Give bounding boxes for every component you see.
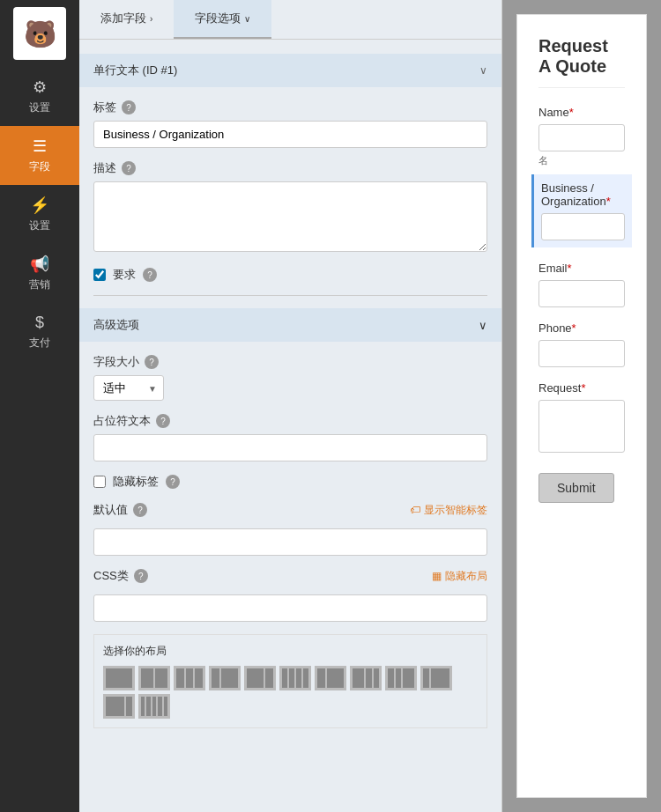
preview-field-business: Business / Organization* [531, 174, 632, 247]
panel-tabs: 添加字段 › 字段选项 ∨ [79, 0, 501, 40]
field-size-select[interactable]: 小 适中 大 [93, 375, 164, 401]
layout-block-12[interactable] [138, 694, 170, 719]
css-class-label: CSS类 ? [93, 568, 148, 584]
preview-textarea-request[interactable] [538, 400, 625, 453]
advanced-section-header[interactable]: 高级选项 ∨ [79, 308, 501, 342]
sidebar-item-settings-top[interactable]: ⚙ 设置 [0, 67, 79, 126]
dollar-icon: $ [35, 314, 44, 332]
sidebar-item-settings-bottom[interactable]: ⚡ 设置 [0, 185, 79, 244]
preview-form-title: Request A Quote [538, 36, 625, 88]
css-class-help-icon[interactable]: ? [134, 569, 148, 583]
required-label: 要求 [113, 267, 136, 283]
preview-name-text: Name [538, 106, 569, 119]
layout-block-10[interactable] [420, 666, 452, 690]
default-value-help-icon[interactable]: ? [133, 503, 147, 517]
css-class-text: CSS类 [93, 568, 129, 584]
sidebar-item-marketing[interactable]: 📢 营销 [0, 244, 79, 303]
layout-grid [103, 666, 478, 719]
tab-field-options[interactable]: 字段选项 ∨ [174, 0, 271, 39]
placeholder-label: 占位符文本 ? [93, 413, 487, 429]
required-checkbox[interactable] [93, 269, 106, 281]
sidebar-label-settings: 设置 [29, 218, 50, 233]
tab-add-field[interactable]: 添加字段 › [79, 0, 174, 39]
preview-field-name: Name* 名 [538, 106, 625, 167]
required-help-icon[interactable]: ? [143, 268, 157, 282]
layout-block-6[interactable] [279, 666, 311, 690]
preview-input-business[interactable] [541, 213, 625, 240]
right-preview-panel: Request A Quote Name* 名 Business / Organ… [502, 0, 661, 812]
description-text: 描述 [93, 160, 116, 176]
panel-body: 单行文本 (ID #1) ∨ 标签 ? 描述 ? [79, 40, 501, 812]
tab-add-field-label: 添加字段 [100, 11, 146, 26]
layout-block-4[interactable] [209, 666, 241, 690]
gear-icon: ⚙ [33, 78, 47, 97]
smart-tags-link[interactable]: 🏷 显示智能标签 [410, 503, 487, 518]
label-form-row: 标签 ? [93, 100, 487, 148]
preview-label-business: Business / Organization* [541, 181, 625, 208]
preview-field-phone: Phone* [538, 321, 625, 367]
preview-sublabel-name: 名 [538, 154, 625, 167]
required-star-business: * [606, 195, 611, 208]
field-size-help-icon[interactable]: ? [145, 355, 159, 369]
tab-field-options-label: 字段选项 [195, 11, 241, 26]
advanced-chevron: ∨ [479, 319, 487, 332]
sidebar-label-settings-top: 设置 [29, 100, 50, 115]
preview-label-email: Email* [538, 262, 625, 275]
tab-add-field-chevron: › [150, 14, 152, 24]
field-size-select-wrapper: 小 适中 大 ▼ [93, 375, 164, 401]
hide-layout-icon: ▦ [432, 570, 442, 582]
layout-block-5[interactable] [244, 666, 276, 690]
default-value-row: 默认值 ? 🏷 显示智能标签 [93, 502, 487, 556]
label-help-icon[interactable]: ? [122, 100, 136, 114]
preview-email-text: Email [538, 262, 568, 275]
layout-block-3[interactable] [174, 666, 205, 690]
required-star-phone: * [572, 321, 576, 335]
label-input[interactable] [93, 121, 487, 148]
placeholder-help-icon[interactable]: ? [156, 414, 170, 428]
field-section-header[interactable]: 单行文本 (ID #1) ∨ [79, 54, 501, 87]
sidebar-item-fields[interactable]: ☰ 字段 [0, 126, 79, 185]
preview-label-name: Name* [538, 106, 625, 119]
default-value-label: 默认值 ? [93, 502, 147, 518]
content-wrapper: 添加字段 › 字段选项 ∨ 单行文本 (ID #1) ∨ 标签 [79, 0, 661, 812]
preview-input-email[interactable] [538, 280, 625, 307]
preview-input-phone[interactable] [538, 340, 625, 367]
megaphone-icon: 📢 [30, 255, 49, 274]
sidebar-label-fields: 字段 [29, 159, 50, 174]
field-size-row: 字段大小 ? 小 适中 大 ▼ [93, 354, 487, 401]
default-value-text: 默认值 [93, 502, 128, 518]
sidebar-label-marketing: 营销 [29, 277, 50, 292]
preview-business-text: Business / Organization [541, 181, 606, 208]
sidebar-item-payment[interactable]: $ 支付 [0, 303, 79, 361]
layout-block-11[interactable] [103, 694, 135, 719]
layout-block-2[interactable] [138, 666, 170, 690]
placeholder-row: 占位符文本 ? [93, 413, 487, 461]
sidebar-label-payment: 支付 [29, 336, 50, 351]
preview-input-name[interactable] [538, 124, 625, 151]
hide-label-checkbox[interactable] [93, 476, 106, 488]
layout-block-7[interactable] [315, 666, 346, 690]
hide-label-help-icon[interactable]: ? [166, 475, 180, 489]
tab-field-options-chevron: ∨ [244, 14, 250, 24]
description-form-row: 描述 ? [93, 160, 487, 255]
preview-field-email: Email* [538, 262, 625, 307]
default-value-input[interactable] [93, 528, 487, 556]
layout-block-1[interactable] [103, 666, 135, 690]
css-class-input[interactable] [93, 594, 487, 622]
layout-block-9[interactable] [385, 666, 417, 690]
preview-request-text: Request [538, 381, 581, 395]
required-star-request: * [581, 381, 585, 395]
hide-layout-link[interactable]: ▦ 隐藏布局 [432, 569, 487, 584]
layout-selector-title: 选择你的布局 [103, 644, 478, 659]
preview-submit-button[interactable]: Submit [538, 473, 614, 503]
smart-tags-text: 显示智能标签 [424, 503, 487, 518]
preview-label-phone: Phone* [538, 321, 625, 335]
layout-block-8[interactable] [350, 666, 382, 690]
placeholder-input[interactable] [93, 434, 487, 461]
preview-label-request: Request* [538, 381, 625, 395]
hide-layout-text: 隐藏布局 [445, 569, 487, 584]
description-textarea[interactable] [93, 181, 487, 252]
label-text: 标签 [93, 100, 116, 115]
description-help-icon[interactable]: ? [122, 161, 136, 175]
placeholder-text: 占位符文本 [93, 413, 151, 429]
